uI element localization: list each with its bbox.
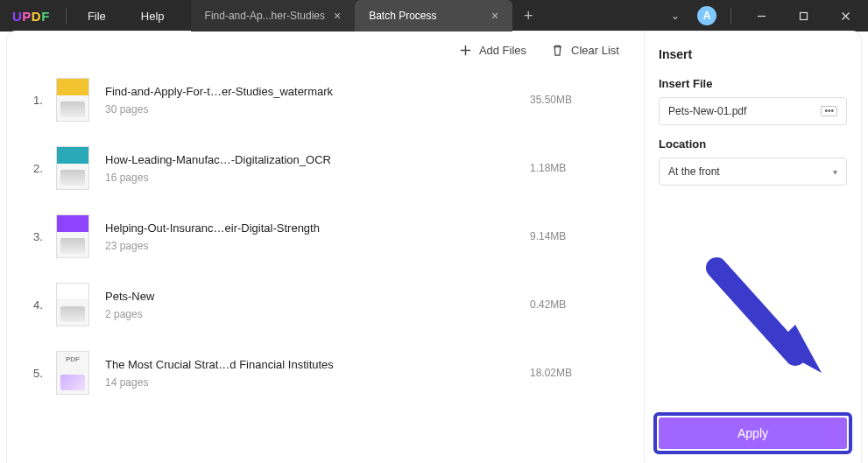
location-select[interactable]: At the front ▾ [659, 158, 847, 186]
insert-file-picker[interactable]: Pets-New-01.pdf ••• [659, 97, 847, 125]
row-index: 2. [33, 162, 56, 175]
file-name: Find-and-Apply-For-t…er-Studies_watermar… [105, 85, 530, 98]
file-meta: Helping-Out-Insuranc…eir-Digital-Strengt… [105, 221, 530, 252]
menu-help[interactable]: Help [123, 10, 182, 23]
close-icon[interactable]: × [491, 9, 498, 23]
insert-file-label: Insert File [659, 77, 847, 90]
file-thumbnail [56, 214, 89, 258]
location-value: At the front [668, 165, 720, 178]
svg-marker-7 [773, 325, 822, 373]
pdf-badge: PDF [66, 355, 80, 363]
tab-bar: Find-and-Ap...her-Studies × Batch Proces… [191, 0, 545, 32]
file-name: How-Leading-Manufac…-Digitalization_OCR [105, 153, 530, 166]
svg-line-6 [716, 268, 795, 355]
file-meta: Pets-New2 pages [105, 290, 530, 320]
file-size: 18.02MB [530, 367, 626, 379]
file-pages: 23 pages [105, 240, 530, 252]
file-size: 0.42MB [530, 298, 626, 311]
row-index: 1. [33, 94, 56, 107]
separator [66, 8, 67, 24]
file-row[interactable]: 5.PDFThe Most Crucial Strat…d Financial … [33, 339, 626, 407]
file-name: The Most Crucial Strat…d Financial Insti… [105, 358, 530, 371]
file-list-panel: Add Files Clear List 1.Find-and-Apply-Fo… [7, 32, 644, 463]
tab-label: Find-and-Ap...her-Studies [205, 10, 325, 22]
close-icon[interactable]: × [334, 9, 341, 23]
file-pages: 16 pages [105, 172, 530, 184]
file-row[interactable]: 4.Pets-New2 pages0.42MB [33, 270, 626, 339]
row-index: 3. [33, 230, 56, 243]
list-toolbar: Add Files Clear List [7, 32, 644, 66]
tab-document[interactable]: Find-and-Ap...her-Studies × [191, 0, 356, 32]
plus-icon [459, 44, 472, 57]
file-meta: The Most Crucial Strat…d Financial Insti… [105, 358, 530, 389]
file-size: 35.50MB [530, 94, 626, 106]
file-thumbnail [56, 78, 89, 122]
close-button[interactable] [829, 0, 861, 32]
trash-icon [551, 44, 564, 57]
clear-list-button[interactable]: Clear List [551, 44, 619, 57]
file-row[interactable]: 3.Helping-Out-Insuranc…eir-Digital-Stren… [33, 202, 626, 270]
new-tab-button[interactable]: + [512, 0, 544, 32]
user-avatar[interactable]: A [697, 6, 716, 25]
file-pages: 2 pages [105, 308, 530, 320]
minimize-button[interactable] [745, 0, 777, 32]
clear-list-label: Clear List [571, 44, 619, 57]
file-thumbnail [56, 283, 89, 326]
insert-panel: Insert Insert File Pets-New-01.pdf ••• L… [644, 32, 861, 463]
file-row[interactable]: 2.How-Leading-Manufac…-Digitalization_OC… [33, 134, 626, 202]
titlebar: UPDF File Help Find-and-Ap...her-Studies… [0, 0, 868, 32]
apply-button-highlight: Apply [653, 412, 852, 454]
row-index: 5. [33, 367, 56, 380]
file-thumbnail: PDF [56, 351, 89, 395]
row-index: 4. [33, 298, 56, 312]
location-label: Location [659, 137, 847, 151]
add-files-label: Add Files [479, 44, 526, 57]
content-area: Add Files Clear List 1.Find-and-Apply-Fo… [7, 32, 861, 463]
menu-file[interactable]: File [70, 10, 123, 23]
file-pages: 30 pages [105, 103, 530, 116]
svg-rect-1 [800, 12, 807, 19]
tab-batch-process[interactable]: Batch Process × [355, 0, 512, 32]
annotation-arrow [699, 250, 839, 390]
file-pages: 14 pages [105, 376, 530, 389]
add-files-button[interactable]: Add Files [459, 44, 526, 57]
file-size: 9.14MB [530, 230, 626, 242]
panel-title: Insert [659, 47, 847, 61]
chevron-down-icon[interactable]: ⌄ [664, 10, 687, 22]
file-name: Helping-Out-Insuranc…eir-Digital-Strengt… [105, 221, 530, 235]
insert-file-value: Pets-New-01.pdf [668, 105, 746, 117]
apply-button[interactable]: Apply [659, 417, 847, 449]
file-name: Pets-New [105, 290, 530, 303]
chevron-down-icon: ▾ [833, 167, 837, 177]
app-logo: UPDF [0, 9, 62, 24]
file-size: 1.18MB [530, 162, 626, 174]
file-row[interactable]: 1.Find-and-Apply-For-t…er-Studies_waterm… [33, 66, 626, 134]
maximize-button[interactable] [787, 0, 819, 32]
file-meta: Find-and-Apply-For-t…er-Studies_watermar… [105, 85, 530, 116]
file-thumbnail [56, 146, 89, 190]
file-list: 1.Find-and-Apply-For-t…er-Studies_waterm… [7, 66, 644, 407]
browse-icon[interactable]: ••• [821, 106, 837, 116]
separator [730, 8, 731, 24]
file-meta: How-Leading-Manufac…-Digitalization_OCR1… [105, 153, 530, 184]
tab-label: Batch Process [369, 10, 436, 22]
